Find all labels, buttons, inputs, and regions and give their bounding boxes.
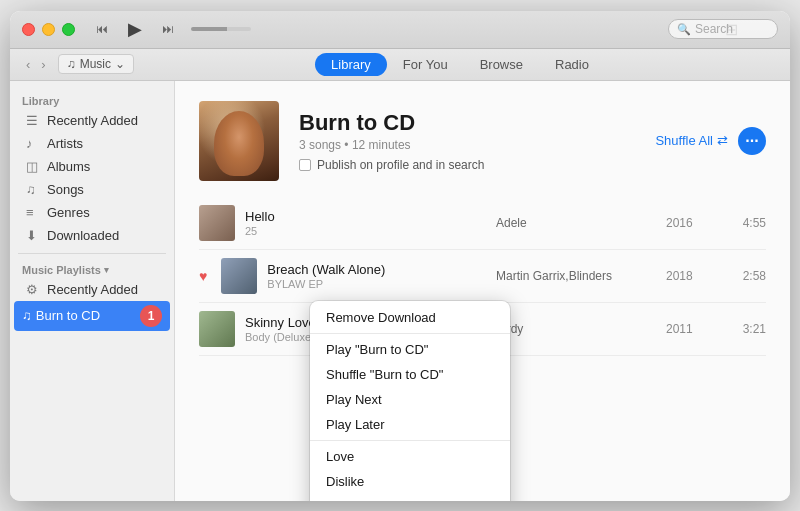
search-icon: 🔍 <box>677 23 691 36</box>
ctx-divider-2 <box>310 440 510 441</box>
tab-radio[interactable]: Radio <box>539 53 605 76</box>
chevron-down-icon: ▾ <box>104 265 109 275</box>
track-info-2: Breach (Walk Alone) BYLAW EP <box>267 262 486 290</box>
more-button[interactable]: ··· <box>738 127 766 155</box>
maximize-button[interactable] <box>62 23 75 36</box>
ctx-remove-download-label: Remove Download <box>326 310 436 325</box>
sidebar-burn-to-cd-label: Burn to CD <box>36 308 136 323</box>
sidebar: Library ☰ Recently Added ♪ Artists ◫ Alb… <box>10 81 175 501</box>
sidebar-item-downloaded[interactable]: ⬇ Downloaded <box>14 224 170 247</box>
playback-controls: ⏮ ▶ ⏭ <box>91 15 251 43</box>
track-row[interactable]: Hello 25 Adele 2016 4:55 <box>199 197 766 250</box>
ctx-dislike[interactable]: Dislike <box>310 469 510 494</box>
ctx-uncheck[interactable]: Uncheck Selection <box>310 494 510 501</box>
context-menu: Remove Download Play "Burn to CD" Shuffl… <box>310 301 510 501</box>
main-content: Library ☰ Recently Added ♪ Artists ◫ Alb… <box>10 81 790 501</box>
album-title: Burn to CD <box>299 110 635 136</box>
track-thumbnail-3 <box>199 311 235 347</box>
track-thumbnail-2 <box>221 258 257 294</box>
fast-forward-button[interactable]: ⏭ <box>157 18 179 40</box>
sidebar-recently-added-playlist-label: Recently Added <box>47 282 138 297</box>
music-note-icon: ♫ <box>67 57 76 71</box>
ctx-play-later[interactable]: Play Later <box>310 412 510 437</box>
play-button[interactable]: ▶ <box>121 15 149 43</box>
ellipsis-icon: ··· <box>745 132 758 150</box>
ctx-play-label: Play "Burn to CD" <box>326 342 428 357</box>
ctx-love[interactable]: Love <box>310 444 510 469</box>
track-row[interactable]: ♥ Breach (Walk Alone) BYLAW EP Martin Ga… <box>199 250 766 303</box>
shuffle-icon: ⇄ <box>717 133 728 148</box>
sidebar-item-songs-label: Songs <box>47 182 84 197</box>
sidebar-item-genres-label: Genres <box>47 205 90 220</box>
track-thumbnail-1 <box>199 205 235 241</box>
location-label: Music <box>80 57 111 71</box>
sidebar-item-recently-added-playlist[interactable]: ⚙ Recently Added <box>14 278 170 301</box>
track-artist-2: Martin Garrix,Blinders <box>496 269 656 283</box>
track-name-1: Hello <box>245 209 486 224</box>
main-window: ⏮ ▶ ⏭ ⊞ 🔍 Search ‹ › ♫ Music ⌄ Library F… <box>10 11 790 501</box>
publish-label: Publish on profile and in search <box>317 158 484 172</box>
tab-library[interactable]: Library <box>315 53 387 76</box>
track-duration-1: 4:55 <box>726 216 766 230</box>
volume-slider[interactable] <box>191 27 251 31</box>
track-sub-2: BYLAW EP <box>267 278 486 290</box>
album-publish: Publish on profile and in search <box>299 158 635 172</box>
badge-one: 1 <box>140 305 162 327</box>
album-art <box>199 101 279 181</box>
downloaded-icon: ⬇ <box>26 228 40 243</box>
sidebar-item-burn-to-cd[interactable]: ♫ Burn to CD 1 <box>14 301 170 331</box>
ctx-play-next[interactable]: Play Next <box>310 387 510 412</box>
library-section-label: Library <box>10 91 174 109</box>
ctx-play-later-label: Play Later <box>326 417 385 432</box>
sidebar-item-recently-added-label: Recently Added <box>47 113 138 128</box>
tab-for-you[interactable]: For You <box>387 53 464 76</box>
content-area: Burn to CD 3 songs • 12 minutes Publish … <box>175 81 790 501</box>
track-year-2: 2018 <box>666 269 716 283</box>
publish-checkbox[interactable] <box>299 159 311 171</box>
close-button[interactable] <box>22 23 35 36</box>
track-info-1: Hello 25 <box>245 209 486 237</box>
tab-browse[interactable]: Browse <box>464 53 539 76</box>
track-sub-1: 25 <box>245 225 486 237</box>
playlists-label: Music Playlists <box>22 264 101 276</box>
chevron-icon: ⌄ <box>115 57 125 71</box>
track-name-2: Breach (Walk Alone) <box>267 262 486 277</box>
minimize-button[interactable] <box>42 23 55 36</box>
ctx-dislike-label: Dislike <box>326 474 364 489</box>
track-year-1: 2016 <box>666 216 716 230</box>
track-artist-3: Birdy <box>496 322 656 336</box>
track-duration-3: 3:21 <box>726 322 766 336</box>
ctx-shuffle-label: Shuffle "Burn to CD" <box>326 367 443 382</box>
track-duration-2: 2:58 <box>726 269 766 283</box>
sidebar-item-genres[interactable]: ≡ Genres <box>14 201 170 224</box>
burn-icon: ♫ <box>22 308 32 323</box>
search-placeholder: Search <box>695 22 733 36</box>
forward-button[interactable]: › <box>37 55 49 74</box>
nav-arrows: ‹ › <box>22 55 50 74</box>
back-button[interactable]: ‹ <box>22 55 34 74</box>
nav-location[interactable]: ♫ Music ⌄ <box>58 54 134 74</box>
sidebar-item-recently-added[interactable]: ☰ Recently Added <box>14 109 170 132</box>
ctx-play[interactable]: Play "Burn to CD" <box>310 337 510 362</box>
sidebar-item-downloaded-label: Downloaded <box>47 228 119 243</box>
ctx-remove-download[interactable]: Remove Download <box>310 305 510 330</box>
sidebar-item-artists[interactable]: ♪ Artists <box>14 132 170 155</box>
rewind-button[interactable]: ⏮ <box>91 18 113 40</box>
sidebar-item-artists-label: Artists <box>47 136 83 151</box>
album-header: Burn to CD 3 songs • 12 minutes Publish … <box>175 81 790 197</box>
ctx-love-label: Love <box>326 449 354 464</box>
genres-icon: ≡ <box>26 205 40 220</box>
album-meta: 3 songs • 12 minutes <box>299 138 635 152</box>
sidebar-item-songs[interactable]: ♫ Songs <box>14 178 170 201</box>
search-box[interactable]: 🔍 Search <box>668 19 778 39</box>
traffic-lights <box>22 23 75 36</box>
albums-icon: ◫ <box>26 159 40 174</box>
shuffle-all-button[interactable]: Shuffle All ⇄ <box>655 133 728 148</box>
sidebar-divider <box>18 253 166 254</box>
album-art-face <box>214 111 264 176</box>
ctx-shuffle[interactable]: Shuffle "Burn to CD" <box>310 362 510 387</box>
playlists-section-label[interactable]: Music Playlists ▾ <box>10 260 174 278</box>
album-info: Burn to CD 3 songs • 12 minutes Publish … <box>299 110 635 172</box>
sidebar-item-albums[interactable]: ◫ Albums <box>14 155 170 178</box>
sidebar-item-albums-label: Albums <box>47 159 90 174</box>
